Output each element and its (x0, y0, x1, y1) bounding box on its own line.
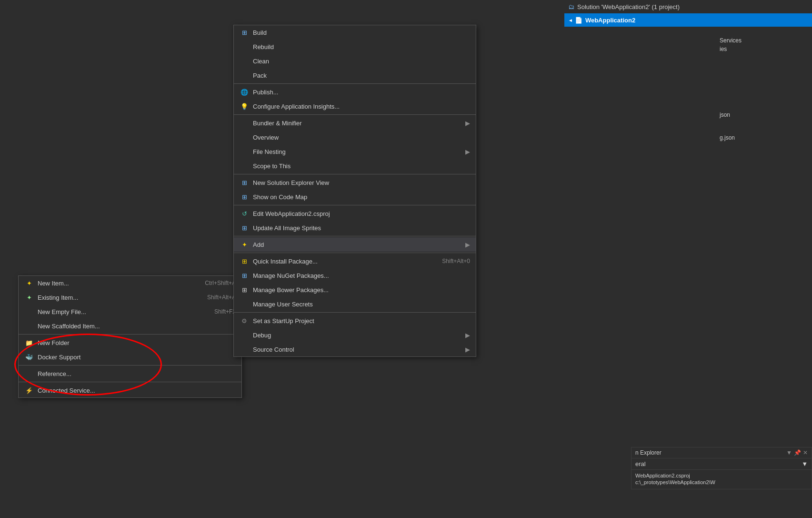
sourcecontrol-arrow: ▶ (465, 346, 470, 353)
overview-label: Overview (253, 134, 470, 141)
newfolder-label: New Folder (38, 339, 236, 346)
quickinstall-label: Quick Install Package... (253, 258, 432, 265)
se-dropdown-value: eral (635, 460, 646, 467)
menu-item-managenuget[interactable]: ⊞ Manage NuGet Packages... (234, 268, 476, 283)
menu-item-bundler[interactable]: Bundler & Minifier ▶ (234, 116, 476, 130)
solution-icon: 🗂 (568, 3, 574, 10)
menu-item-reference[interactable]: Reference... (19, 366, 241, 381)
debug-arrow: ▶ (465, 332, 470, 339)
menu-item-existingitem[interactable]: ✦ Existing Item... Shift+Alt+A (19, 290, 241, 305)
quickinstall-shortcut: Shift+Alt+0 (442, 258, 470, 264)
setstartup-label: Set as StartUp Project (253, 317, 470, 325)
project-label: WebApplication2 (585, 17, 635, 24)
separator-2 (234, 114, 476, 115)
se-pin-icon[interactable]: 📌 (794, 449, 801, 456)
se-dropdown[interactable]: eral ▼ (632, 458, 812, 470)
menu-item-managebower[interactable]: ⊞ Manage Bower Packages... (234, 283, 476, 297)
menu-item-newemptyfile[interactable]: New Empty File... Shift+F2 (19, 305, 241, 319)
clean-label: Clean (253, 58, 470, 65)
menu-item-scopeto[interactable]: Scope to This (234, 159, 476, 173)
menu-item-updatesprites[interactable]: ⊞ Update All Image Sprites (234, 221, 476, 235)
add-label: Add (253, 241, 461, 248)
newitem-label: New Item... (38, 280, 195, 287)
menu-item-codemap[interactable]: ⊞ Show on Code Map (234, 190, 476, 204)
menu-item-dockersupport[interactable]: 🐳 Docker Support (19, 350, 241, 364)
bundler-label: Bundler & Minifier (253, 120, 461, 127)
add-icon: ✦ (240, 241, 249, 248)
separator-7 (234, 312, 476, 313)
newsol-label: New Solution Explorer View (253, 179, 470, 186)
menu-item-filenesting[interactable]: File Nesting ▶ (234, 144, 476, 159)
build-icon: ⊞ (240, 29, 249, 36)
bundler-arrow: ▶ (465, 120, 470, 127)
nuget-icon: ⊞ (240, 272, 249, 279)
se-paths: WebApplication2.csproj c:\_prototypes\We… (632, 470, 812, 489)
context-menu-add: ✦ New Item... Ctrl+Shift+A ✦ Existing It… (18, 275, 242, 398)
publish-label: Publish... (253, 89, 470, 96)
menu-item-clean[interactable]: Clean (234, 54, 476, 68)
updatesprites-label: Update All Image Sprites (253, 224, 470, 232)
menu-item-newitem[interactable]: ✦ New Item... Ctrl+Shift+A (19, 276, 241, 290)
menu-item-connectedservice[interactable]: ⚡ Connected Service... (19, 383, 241, 397)
connected-service-icon: ⚡ (24, 387, 34, 394)
build-label: Build (253, 29, 470, 36)
connectedservice-label: Connected Service... (38, 387, 236, 394)
separator-5 (234, 236, 476, 236)
separator-3 (234, 174, 476, 174)
se-dropdown-icon[interactable]: ▼ (786, 449, 792, 456)
managenuget-label: Manage NuGet Packages... (253, 272, 470, 279)
solution-explorer-bottom: n Explorer ▼ 📌 ✕ eral ▼ WebApplication2.… (631, 447, 812, 489)
se-close-icon[interactable]: ✕ (803, 449, 808, 456)
separator-1 (234, 83, 476, 84)
se-path-2: c:\_prototypes\WebApplication2\W (635, 479, 808, 485)
menu-item-quickinstall[interactable]: ⊞ Quick Install Package... Shift+Alt+0 (234, 254, 476, 268)
newemptyfile-shortcut: Shift+F2 (214, 308, 236, 315)
menu-item-publish[interactable]: 🌐 Publish... (234, 85, 476, 99)
startup-icon: ⚙ (240, 317, 249, 325)
menu-item-pack[interactable]: Pack (234, 68, 476, 82)
right-label-ies: ies (720, 45, 809, 53)
menu-item-overview[interactable]: Overview (234, 130, 476, 144)
menu-item-newfolder[interactable]: 📁 New Folder (19, 335, 241, 350)
existing-item-icon: ✦ (24, 294, 34, 301)
menu-item-newscaffolded[interactable]: New Scaffolded Item... (19, 319, 241, 333)
separator-4 (234, 205, 476, 205)
rebuild-label: Rebuild (253, 43, 470, 51)
menu-item-build[interactable]: ⊞ Build (234, 25, 476, 40)
solution-label: Solution 'WebApplication2' (1 project) (577, 3, 680, 10)
menu-item-rebuild[interactable]: Rebuild (234, 40, 476, 54)
new-item-icon: ✦ (24, 280, 34, 287)
quickinstall-icon: ⊞ (240, 258, 249, 265)
menu-item-setstartup[interactable]: ⚙ Set as StartUp Project (234, 314, 476, 328)
filenesting-label: File Nesting (253, 148, 461, 155)
debug-label: Debug (253, 332, 461, 339)
menu-item-editcsproj[interactable]: ↺ Edit WebApplication2.csproj (234, 206, 476, 221)
update-icon: ⊞ (240, 224, 249, 232)
add-separator-1 (19, 334, 241, 335)
right-label-gjson: g.json (720, 133, 809, 142)
menu-item-debug[interactable]: Debug ▶ (234, 328, 476, 342)
separator-6 (234, 253, 476, 253)
solution-node: 🗂 Solution 'WebApplication2' (1 project) (564, 0, 812, 13)
right-panel-labels: Services ies json g.json (717, 33, 812, 145)
right-label-services: Services (720, 36, 809, 45)
add-separator-2 (19, 365, 241, 366)
docker-support-icon: 🐳 (24, 354, 34, 361)
menu-item-insights[interactable]: 💡 Configure Application Insights... (234, 99, 476, 113)
menu-item-manageusersecrets[interactable]: Manage User Secrets (234, 297, 476, 311)
newitem-shortcut: Ctrl+Shift+A (205, 280, 236, 286)
se-title: n Explorer (635, 449, 662, 456)
codemap-icon: ⊞ (240, 193, 249, 201)
project-node[interactable]: ◄ 📄 WebApplication2 (564, 13, 812, 27)
newscaffolded-label: New Scaffolded Item... (38, 323, 236, 330)
newsol-icon: ⊞ (240, 179, 249, 186)
menu-item-add[interactable]: ✦ Add ▶ (234, 237, 476, 252)
managebower-label: Manage Bower Packages... (253, 286, 470, 294)
scopeto-label: Scope to This (253, 163, 470, 170)
existingitem-shortcut: Shift+Alt+A (207, 294, 236, 301)
pack-label: Pack (253, 72, 470, 79)
menu-item-newsolexplorer[interactable]: ⊞ New Solution Explorer View (234, 175, 476, 190)
insights-icon: 💡 (240, 103, 249, 110)
menu-item-sourcecontrol[interactable]: Source Control ▶ (234, 342, 476, 356)
publish-icon: 🌐 (240, 89, 249, 96)
